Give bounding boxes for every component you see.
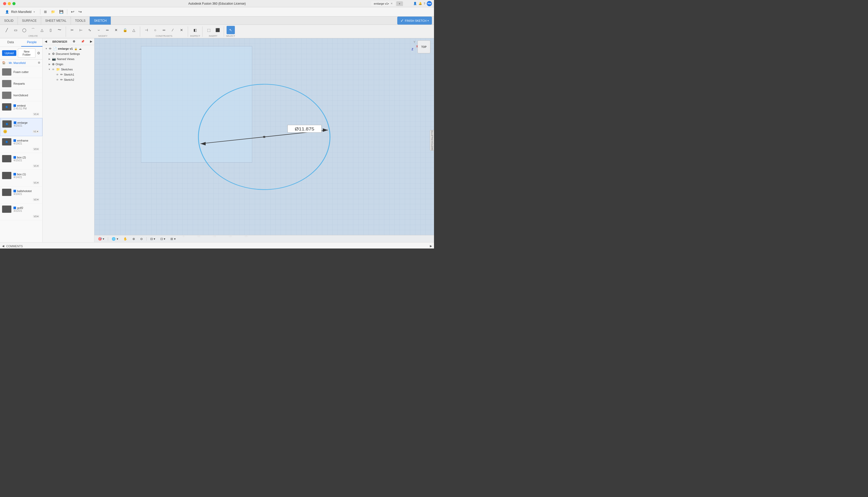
mirror-tool[interactable]: ✕ — [112, 26, 120, 34]
new-tab-button[interactable]: + — [396, 1, 403, 6]
item-version: V1 ▾ — [33, 113, 39, 116]
insert-dxf-button[interactable]: ⬚ — [205, 26, 213, 34]
named-views-arrow[interactable]: ▶ — [48, 58, 51, 60]
view-cube[interactable]: TOP — [417, 40, 430, 53]
explode-tool[interactable]: △ — [130, 26, 138, 34]
root-eye-icon[interactable]: 👁 — [49, 47, 52, 50]
rect-tool[interactable]: ▭ — [11, 26, 20, 34]
document-tab-emlarge[interactable]: emlarge v1• ✕ — [371, 1, 395, 6]
browser-right-arrow[interactable]: ▶ — [90, 40, 92, 43]
grid-settings-button[interactable]: ⊞ ▾ — [169, 236, 177, 242]
line-tool[interactable]: ╱ — [3, 26, 11, 34]
finish-sketch-button[interactable]: ✓ FINISH SKETCH ▾ — [397, 17, 432, 25]
polygon-tool[interactable]: △ — [38, 26, 46, 34]
list-item[interactable]: 🔵 emlarge 4/20/21 😊 V1 ▾ — [0, 118, 42, 136]
breadcrumb-settings-icon[interactable]: ⚙ — [38, 61, 40, 65]
insert-image-button[interactable]: ⬛ — [214, 26, 222, 34]
vertical-constraint[interactable]: ○ — [151, 26, 159, 34]
user-dropdown-icon[interactable]: ▾ — [34, 11, 35, 13]
fix-tool[interactable]: 🔒 — [121, 26, 129, 34]
list-item[interactable]: box (2) 4/15/21 V1 ▾ — [0, 153, 42, 170]
tree-item-sketch2[interactable]: 👁 ✏ Sketch2 — [43, 77, 94, 82]
display-settings-button[interactable]: ⊟ ▾ — [149, 236, 157, 242]
sketches-arrow[interactable]: ▼ — [48, 68, 51, 71]
browser-pin-icon[interactable]: 📌 — [81, 40, 85, 43]
comments-right-icon[interactable]: ▶ — [430, 244, 432, 248]
coincident-constraint[interactable]: ═ — [160, 26, 168, 34]
select-tool[interactable]: ↖ — [226, 26, 235, 34]
measure-tool[interactable]: ◧ — [191, 26, 200, 34]
tab-sketch[interactable]: SKETCH — [90, 17, 111, 25]
panel-settings-button[interactable]: ⚙ — [37, 51, 40, 55]
list-item[interactable]: 🔵 emframe 4/19/21 V3 ▾ — [0, 136, 42, 153]
home-view-button[interactable]: 🎯 ▾ — [97, 236, 106, 242]
notifications-icon[interactable]: 🔔 — [418, 2, 422, 5]
close-button[interactable] — [3, 2, 6, 5]
viewport[interactable]: Ø11.875 TOP Y X Z -5 -10 -15 -20 -25 SKE… — [94, 38, 434, 242]
tangent-constraint[interactable]: ∕ — [168, 26, 177, 34]
comments-collapse-icon[interactable]: ◀ — [2, 244, 4, 248]
tab-surface[interactable]: SURFACE — [18, 17, 41, 25]
arc-tool[interactable]: ⌒ — [29, 26, 37, 34]
trim-tool[interactable]: ✂ — [68, 26, 76, 34]
sketch1-eye-icon[interactable]: 👁 — [56, 73, 59, 76]
list-item[interactable]: 🔵 emtest 2:45:51 PM V1 ▾ — [0, 101, 42, 118]
tab-sheet-metal[interactable]: SHEET METAL — [41, 17, 71, 25]
tree-item-sketches[interactable]: ▼ 👁 📁 Sketches — [43, 67, 94, 72]
orbit-button[interactable]: 🌐 ▾ — [110, 236, 119, 242]
home-icon[interactable]: 🏠 — [2, 61, 6, 65]
tree-item-document-settings[interactable]: ▶ ⚙ Document Settings — [43, 51, 94, 56]
circle-tool[interactable]: ◯ — [20, 26, 28, 34]
account-icon[interactable]: 👤 — [413, 2, 417, 5]
tree-item-named-views[interactable]: ▶ 📷 Named Views — [43, 56, 94, 61]
tab-data[interactable]: Data — [0, 38, 21, 46]
user-name[interactable]: Rich Mansfield — [11, 10, 32, 14]
maximize-button[interactable] — [12, 2, 16, 5]
tree-item-origin[interactable]: ▶ ⊕ Origin — [43, 61, 94, 67]
open-button[interactable]: 📁 — [49, 9, 57, 15]
list-item[interactable]: golf2 3/22/21 V3 ▾ — [0, 203, 42, 220]
tab-solid[interactable]: SOLID — [0, 17, 18, 25]
zoom-fit-button[interactable]: ⊕ — [131, 236, 136, 242]
sketch2-eye-icon[interactable]: 👁 — [56, 79, 59, 81]
browser-collapse-icon[interactable]: ◀ — [45, 40, 47, 43]
help-icon[interactable]: ? — [424, 2, 425, 5]
root-collapse-icon[interactable]: ▼ — [45, 47, 48, 50]
list-item[interactable]: horn3sliced — [0, 89, 42, 101]
offset-tool[interactable]: ═ — [103, 26, 112, 34]
list-item[interactable]: box (1) 4/14/21 V1 ▾ — [0, 170, 42, 187]
breadcrumb-path[interactable]: Mr. Mansfield — [9, 61, 26, 65]
grid-view-button[interactable]: ⊞ — [42, 9, 48, 15]
tab-people[interactable]: People — [21, 38, 42, 46]
slot-tool[interactable]: ▯ — [47, 26, 55, 34]
new-folder-button[interactable]: New Folder — [18, 48, 35, 58]
upload-button[interactable]: Upload — [2, 50, 16, 56]
tab-close-icon[interactable]: ✕ — [391, 2, 393, 5]
tree-root[interactable]: ▼ 👁 📄 emlarge v1 🔒 ☁ — [43, 46, 94, 51]
origin-arrow[interactable]: ▶ — [48, 63, 51, 66]
extend-tool[interactable]: ⊢ — [77, 26, 85, 34]
redo-button[interactable]: ↪ — [77, 8, 83, 15]
fillet-tool[interactable]: ⌣ — [94, 26, 103, 34]
list-item[interactable]: Revparts — [0, 78, 42, 89]
visual-style-button[interactable]: ⊡ ▾ — [159, 236, 167, 242]
sketches-eye-icon[interactable]: 👁 — [52, 68, 55, 71]
spline-tool[interactable]: 〜 — [55, 26, 64, 34]
modify-label: MODIFY — [99, 35, 107, 37]
zoom-out-button[interactable]: ⊖ — [138, 236, 144, 242]
tab-tools[interactable]: TOOLS — [71, 17, 90, 25]
doc-settings-arrow[interactable]: ▶ — [48, 53, 51, 55]
break-tool[interactable]: ∿ — [86, 26, 94, 34]
list-item[interactable]: ballshototot 4/10/21 V2 ▾ — [0, 187, 42, 203]
sketch-palette-handle[interactable]: SKETCH PALETTE — [430, 130, 434, 151]
list-item[interactable]: Foam cutter — [0, 66, 42, 78]
save-button[interactable]: 💾 — [58, 9, 65, 15]
tree-item-sketch1[interactable]: 👁 ✏ Sketch1 — [43, 72, 94, 77]
perpendicular-constraint[interactable]: ✕ — [177, 26, 186, 34]
user-avatar[interactable]: RM — [427, 1, 432, 6]
browser-settings-icon[interactable]: ⚙ — [73, 40, 75, 43]
horizontal-constraint[interactable]: ⊣ — [142, 26, 150, 34]
pan-button[interactable]: ✋ — [122, 236, 129, 242]
undo-button[interactable]: ↩ — [69, 8, 76, 15]
minimize-button[interactable] — [8, 2, 11, 5]
